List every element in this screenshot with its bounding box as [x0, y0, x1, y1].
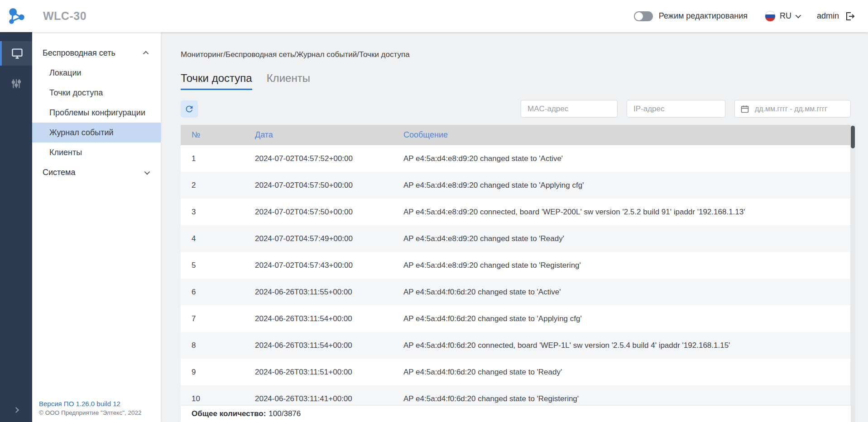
- cell-message: AP e4:5a:d4:e8:d9:20 changed state to 'A…: [393, 181, 851, 190]
- sliders-icon: [10, 78, 22, 90]
- sidebar-group-label: Система: [43, 168, 76, 177]
- cell-num: 6: [181, 288, 244, 297]
- language-code: RU: [780, 11, 791, 21]
- cell-message: AP e4:5a:d4:e8:d9:20 changed state to 'R…: [393, 234, 851, 243]
- sidebar: Беспроводная сеть Локации Точки доступа …: [32, 32, 161, 422]
- rail-item-monitoring[interactable]: [0, 41, 32, 66]
- icon-rail: [0, 32, 32, 422]
- breadcrumb: Мониторинг/Беспроводная сеть/Журнал собы…: [181, 50, 410, 59]
- total-count-value: 100/3876: [269, 409, 301, 418]
- sidebar-group-wireless[interactable]: Беспроводная сеть: [32, 43, 161, 63]
- calendar-icon: [740, 104, 749, 114]
- cell-date: 2024-07-02T04:57:49+00:00: [244, 234, 393, 243]
- cell-message: AP e4:5a:d4:e8:d9:20 connected, board 'W…: [393, 208, 851, 217]
- cell-num: 2: [181, 181, 244, 190]
- sidebar-item-access-points[interactable]: Точки доступа: [32, 83, 161, 103]
- cell-message: AP e4:5a:d4:f0:6d:20 changed state to 'A…: [393, 288, 851, 297]
- cell-num: 10: [181, 394, 244, 403]
- logout-icon[interactable]: [844, 11, 855, 22]
- filters: [521, 100, 851, 118]
- sidebar-item-label: Клиенты: [49, 148, 82, 157]
- sidebar-item-label: Проблемы конфигурации: [49, 108, 145, 118]
- cell-num: 4: [181, 234, 244, 243]
- table-header-row: № Дата Сообщение: [181, 125, 851, 145]
- eltex-logo-icon: [7, 7, 26, 26]
- cell-date: 2024-06-26T03:11:55+00:00: [244, 288, 393, 297]
- header-actions: Режим редактирования RU admin: [634, 11, 868, 22]
- firmware-version-link[interactable]: Версия ПО 1.26.0 build 12: [39, 399, 142, 409]
- cell-num: 7: [181, 314, 244, 323]
- user-menu[interactable]: admin: [817, 11, 855, 22]
- table-row: 7 2024-06-26T03:11:54+00:00 AP e4:5a:d4:…: [181, 305, 851, 332]
- tab-access-points[interactable]: Точки доступа: [181, 72, 252, 90]
- cell-date: 2024-06-26T03:11:54+00:00: [244, 341, 393, 350]
- cell-message: AP e4:5a:d4:e8:d9:20 changed state to 'A…: [393, 154, 851, 163]
- monitor-icon: [11, 47, 24, 60]
- sidebar-item-label: Точки доступа: [49, 88, 103, 98]
- cell-num: 8: [181, 341, 244, 350]
- username: admin: [817, 11, 839, 21]
- ip-address-input[interactable]: [627, 100, 725, 118]
- cell-message: AP e4:5a:d4:e8:d9:20 changed state to 'R…: [393, 261, 851, 270]
- app-title: WLC-30: [43, 9, 86, 23]
- cell-date: 2024-06-26T03:11:51+00:00: [244, 368, 393, 377]
- sidebar-item-event-log[interactable]: Журнал событий: [32, 123, 161, 142]
- language-selector[interactable]: RU: [765, 11, 800, 22]
- cell-num: 3: [181, 208, 244, 217]
- table-row: 8 2024-06-26T03:11:54+00:00 AP e4:5a:d4:…: [181, 332, 851, 359]
- date-range-input[interactable]: [754, 104, 845, 114]
- cell-num: 1: [181, 154, 244, 163]
- scrollbar-thumb[interactable]: [851, 126, 855, 148]
- sidebar-item-label: Журнал событий: [49, 128, 114, 138]
- sidebar-item-label: Локации: [49, 68, 82, 78]
- copyright-text: © ООО Предприятие "Элтекс", 2022: [39, 408, 142, 417]
- chevron-up-icon: [143, 51, 149, 57]
- table-row: 5 2024-07-02T04:57:43+00:00 AP e4:5a:d4:…: [181, 252, 851, 279]
- eltex-logo: [0, 0, 32, 32]
- sidebar-item-locations[interactable]: Локации: [32, 63, 161, 83]
- cell-message: AP e4:5a:d4:f0:6d:20 changed state to 'R…: [393, 368, 851, 377]
- cell-num: 9: [181, 368, 244, 377]
- wireless-menu-items: Локации Точки доступа Проблемы конфигура…: [32, 63, 161, 162]
- total-count-label: Общее количество:: [192, 409, 266, 418]
- sidebar-footer: Версия ПО 1.26.0 build 12 © ООО Предприя…: [39, 399, 142, 417]
- scrollbar-track[interactable]: [850, 125, 855, 422]
- sidebar-menu: Беспроводная сеть Локации Точки доступа …: [32, 32, 161, 182]
- table-row: 6 2024-06-26T03:11:55+00:00 AP e4:5a:d4:…: [181, 279, 851, 305]
- toggle-knob: [635, 12, 643, 20]
- table-row: 3 2024-07-02T04:57:50+00:00 AP e4:5a:d4:…: [181, 199, 851, 225]
- wlc-app-window: WLC-30 Режим редактирования RU admin: [0, 0, 868, 422]
- edit-mode-toggle-group[interactable]: Режим редактирования: [634, 11, 748, 21]
- sidebar-group-label: Беспроводная сеть: [43, 48, 115, 58]
- cell-date: 2024-07-02T04:57:52+00:00: [244, 154, 393, 163]
- date-range-field[interactable]: [734, 100, 851, 118]
- tabs: Точки доступа Клиенты: [181, 72, 310, 90]
- table-footer: Общее количество: 100/3876: [181, 406, 851, 422]
- cell-date: 2024-07-02T04:57:50+00:00: [244, 208, 393, 217]
- sidebar-expand-button[interactable]: [0, 408, 32, 412]
- russia-flag-icon: [765, 11, 776, 22]
- table-row: 4 2024-07-02T04:57:49+00:00 AP e4:5a:d4:…: [181, 225, 851, 252]
- mac-address-input[interactable]: [521, 100, 618, 118]
- cell-message: AP e4:5a:d4:f0:6d:20 changed state to 'R…: [393, 394, 851, 403]
- tab-clients[interactable]: Клиенты: [267, 72, 310, 90]
- sidebar-item-clients[interactable]: Клиенты: [32, 142, 161, 162]
- cell-message: AP e4:5a:d4:f0:6d:20 connected, board 'W…: [393, 341, 851, 350]
- chevron-down-icon: [144, 169, 150, 175]
- cell-date: 2024-07-02T04:57:50+00:00: [244, 181, 393, 190]
- edit-mode-label: Режим редактирования: [659, 11, 748, 21]
- sidebar-item-config-problems[interactable]: Проблемы конфигурации: [32, 103, 161, 123]
- edit-mode-toggle[interactable]: [634, 11, 653, 21]
- refresh-icon: [184, 104, 194, 114]
- rail-item-settings[interactable]: [0, 71, 32, 96]
- cell-num: 5: [181, 261, 244, 270]
- chevron-right-icon: [13, 407, 19, 413]
- sidebar-group-system[interactable]: Система: [32, 162, 161, 182]
- main-content: Мониторинг/Беспроводная сеть/Журнал собы…: [161, 32, 868, 422]
- event-log-table: № Дата Сообщение 1 2024-07-02T04:57:52+0…: [181, 125, 851, 412]
- table-row: 2 2024-07-02T04:57:50+00:00 AP e4:5a:d4:…: [181, 172, 851, 199]
- toolbar: [181, 100, 851, 118]
- refresh-button[interactable]: [181, 100, 198, 118]
- cell-date: 2024-06-26T03:11:54+00:00: [244, 314, 393, 323]
- table-row: 1 2024-07-02T04:57:52+00:00 AP e4:5a:d4:…: [181, 145, 851, 172]
